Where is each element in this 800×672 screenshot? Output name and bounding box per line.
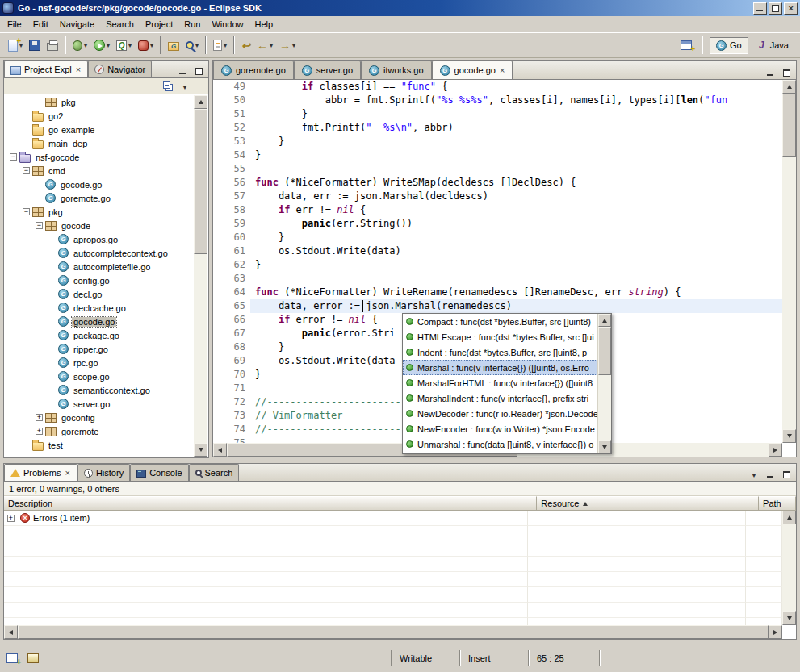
tree-item-autocompletefile-go[interactable]: autocompletefile.go [5, 260, 194, 273]
tree-item-goremote-go[interactable]: goremote.go [5, 191, 194, 205]
annotation-ruler[interactable] [213, 80, 224, 443]
tree-item-declcache-go[interactable]: declcache.go [5, 301, 194, 315]
tree-item-goconfig[interactable]: +goconfig [5, 411, 194, 424]
debug-button[interactable]: ▾ [69, 35, 90, 55]
view-menu-button[interactable] [178, 80, 192, 93]
editor-vertical-scrollbar[interactable] [782, 80, 796, 443]
tree-item-decl-go[interactable]: decl.go [5, 287, 194, 301]
scroll-left-button[interactable] [213, 443, 227, 457]
code-line[interactable]: } [250, 258, 782, 272]
tree-item-go-example[interactable]: go-example [5, 123, 194, 136]
scrollbar-thumb[interactable] [18, 625, 769, 639]
scroll-right-button[interactable] [769, 625, 782, 639]
scroll-down-button[interactable] [782, 429, 796, 443]
dropdown-arrow-icon[interactable]: ▾ [107, 42, 110, 49]
close-icon[interactable]: × [500, 65, 505, 75]
menu-project[interactable]: Project [140, 17, 178, 31]
scroll-up-button[interactable] [782, 511, 796, 524]
code-line[interactable]: os.Stdout.Write(data) [250, 244, 782, 258]
dropdown-arrow-icon[interactable]: ▾ [150, 42, 153, 49]
close-button[interactable] [784, 2, 798, 15]
table-row[interactable] [4, 526, 782, 541]
explorer-vertical-scrollbar[interactable] [194, 95, 207, 457]
save-button[interactable] [26, 35, 44, 55]
dropdown-arrow-icon[interactable]: ▾ [195, 42, 199, 49]
tab-navigator[interactable]: Navigator [88, 61, 152, 77]
fastview-button[interactable] [5, 652, 19, 665]
menu-help[interactable]: Help [249, 17, 279, 31]
tree-item-package-go[interactable]: package.go [5, 328, 194, 342]
tree-item-apropos-go[interactable]: apropos.go [5, 232, 194, 246]
editor-tab-itworks-go[interactable]: itworks.go [361, 61, 432, 79]
window2-button[interactable] [26, 652, 40, 665]
scroll-right-button[interactable] [769, 443, 782, 457]
autocomplete-item[interactable]: NewEncoder : func(w io.Writer) *json.Enc… [403, 421, 597, 436]
back-button[interactable]: ▾ [253, 35, 276, 55]
tab-console[interactable]: Console [130, 464, 188, 481]
menu-edit[interactable]: Edit [27, 17, 54, 31]
perspective-java-button[interactable]: Java [750, 37, 795, 54]
menu-window[interactable]: Window [206, 17, 249, 31]
perspective-go-button[interactable]: Go [710, 37, 748, 54]
column-header-description[interactable]: Description [4, 496, 537, 511]
code-line[interactable]: } [250, 107, 782, 121]
scrollbar-thumb[interactable] [782, 94, 796, 157]
minimize-button[interactable] [175, 65, 190, 77]
tree-item-main-dep[interactable]: main_dep [5, 136, 194, 150]
menu-run[interactable]: Run [178, 17, 206, 31]
scrollbar-thumb[interactable] [598, 327, 611, 375]
code-line[interactable]: func (*NiceFormatter) WriteRename(rename… [250, 286, 782, 299]
new-wizard-button[interactable]: ▾ [5, 35, 26, 55]
code-line[interactable] [250, 162, 782, 176]
run-button[interactable]: ▾ [90, 35, 113, 55]
coverage-button[interactable]: ▾ [113, 35, 135, 55]
close-icon[interactable]: × [75, 65, 82, 74]
code-line[interactable]: } [250, 148, 782, 162]
tree-item-cmd[interactable]: −cmd [5, 164, 194, 177]
code-line[interactable]: if err != nil { [250, 203, 782, 217]
dropdown-arrow-icon[interactable]: ▾ [270, 42, 273, 49]
tab-problems[interactable]: Problems× [4, 464, 77, 481]
tree-item-autocompletecontext-go[interactable]: autocompletecontext.go [5, 246, 194, 260]
dropdown-arrow-icon[interactable]: ▾ [128, 42, 132, 49]
maximize-button[interactable] [769, 2, 782, 15]
collapse-expander-icon[interactable]: − [23, 167, 30, 174]
minimize-button[interactable] [763, 468, 777, 481]
expand-expander-icon[interactable]: + [36, 428, 43, 435]
autocomplete-item[interactable]: HTMLEscape : func(dst *bytes.Buffer, src… [403, 329, 597, 344]
view-menu-button[interactable] [747, 468, 761, 481]
menu-search[interactable]: Search [100, 17, 140, 31]
editor-tab-server-go[interactable]: server.go [294, 61, 361, 79]
scroll-up-button[interactable] [194, 95, 207, 109]
scroll-up-button[interactable] [782, 80, 796, 94]
menu-navigate[interactable]: Navigate [54, 17, 100, 31]
maximize-button[interactable] [779, 468, 794, 481]
menu-file[interactable]: File [2, 17, 27, 31]
autocomplete-item[interactable]: Indent : func(dst *bytes.Buffer, src []u… [403, 344, 597, 360]
tree-item-nsf-gocode[interactable]: −nsf-gocode [5, 150, 194, 164]
new-go-element-button[interactable] [165, 35, 182, 55]
dropdown-arrow-icon[interactable]: ▾ [292, 42, 295, 49]
minimize-button[interactable] [753, 2, 767, 15]
editor-tab-gocode-go[interactable]: gocode.go× [432, 61, 513, 79]
scrollbar-thumb[interactable] [194, 109, 207, 254]
autocomplete-item[interactable]: Unmarshal : func(data []uint8, v interfa… [403, 436, 597, 452]
maximize-button[interactable] [779, 66, 794, 79]
tree-item-semanticcontext-go[interactable]: semanticcontext.go [5, 383, 194, 397]
table-row[interactable] [4, 557, 782, 572]
close-icon[interactable]: × [64, 468, 70, 478]
code-line[interactable]: fmt.Printf(" %s\n", abbr) [250, 121, 782, 135]
tree-item-config-go[interactable]: config.go [5, 273, 194, 287]
tree-item-gocode[interactable]: −gocode [5, 219, 194, 232]
autocomplete-item[interactable]: Marshal : func(v interface{}) ([]uint8, … [403, 360, 597, 375]
tree-item-ripper-go[interactable]: ripper.go [5, 342, 194, 356]
code-line[interactable]: data, err := json.Marshal(decldescs) [250, 190, 782, 203]
expand-expander-icon[interactable]: + [7, 515, 15, 522]
scroll-up-button[interactable] [598, 314, 611, 327]
table-row[interactable] [4, 572, 782, 587]
tree-item-gocode-go[interactable]: gocode.go [5, 177, 194, 191]
tree-item-goremote[interactable]: +goremote [5, 424, 194, 438]
scroll-down-button[interactable] [598, 440, 611, 453]
autocomplete-item[interactable]: MarshalIndent : func(v interface{}, pref… [403, 390, 597, 406]
maximize-button[interactable] [191, 65, 206, 77]
